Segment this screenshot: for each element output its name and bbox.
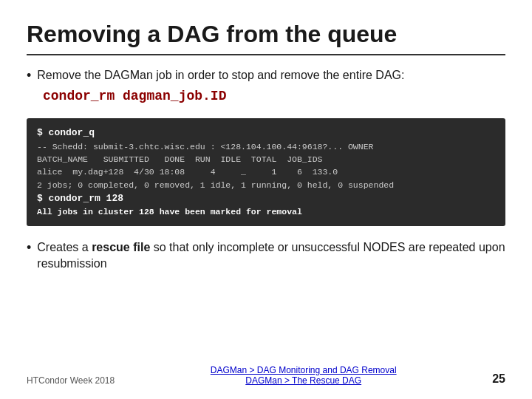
bullet-section-2: • Creates a rescue file so that only inc… bbox=[27, 239, 505, 273]
footer-links: DAGMan > DAG Monitoring and DAG Removal … bbox=[211, 365, 397, 386]
bullet-section-1: • Remove the DAGMan job in order to stop… bbox=[27, 67, 505, 111]
footer-link-1[interactable]: DAGMan > DAG Monitoring and DAG Removal bbox=[211, 365, 397, 375]
terminal-block: $ condor_q -- Schedd: submit-3.chtc.wisc… bbox=[27, 118, 505, 225]
bullet2-part1: Creates a bbox=[37, 241, 92, 253]
terminal-line-5: 2 jobs; 0 completed, 0 removed, 1 idle, … bbox=[37, 179, 495, 191]
bullet-item-1: • Remove the DAGMan job in order to stop… bbox=[27, 67, 505, 84]
page-number: 25 bbox=[492, 372, 505, 386]
terminal-line-1: $ condor_q bbox=[37, 126, 495, 140]
terminal-line-6: $ condor_rm 128 bbox=[37, 191, 495, 206]
terminal-line-7: All jobs in cluster 128 have been marked… bbox=[37, 205, 495, 218]
bullet-item-2: • Creates a rescue file so that only inc… bbox=[27, 239, 505, 273]
bullet-dot-1: • bbox=[27, 67, 31, 84]
bullet-dot-2: • bbox=[27, 239, 31, 256]
terminal-line-2: -- Schedd: submit-3.chtc.wisc.edu : <128… bbox=[37, 140, 495, 153]
bullet-text-2: Creates a rescue file so that only incom… bbox=[37, 239, 505, 273]
terminal-line-3: BATCH_NAME SUBMITTED DONE RUN IDLE TOTAL… bbox=[37, 153, 495, 166]
footer-left-text: HTCondor Week 2018 bbox=[27, 375, 115, 386]
title-divider bbox=[27, 54, 505, 55]
bullet2-bold: rescue file bbox=[92, 241, 150, 253]
slide-title: Removing a DAG from the queue bbox=[27, 21, 505, 48]
terminal-line-4: alice my.dag+128 4/30 18:08 4 _ 1 6 133.… bbox=[37, 166, 495, 178]
footer-link-2[interactable]: DAGMan > The Rescue DAG bbox=[245, 375, 361, 386]
bullet-text-1: Remove the DAGMan job in order to stop a… bbox=[37, 67, 404, 83]
footer: HTCondor Week 2018 DAGMan > DAG Monitori… bbox=[27, 365, 505, 386]
inline-code-command: condor_rm dagman_job.ID bbox=[43, 89, 505, 103]
slide-container: Removing a DAG from the queue • Remove t… bbox=[0, 0, 532, 399]
